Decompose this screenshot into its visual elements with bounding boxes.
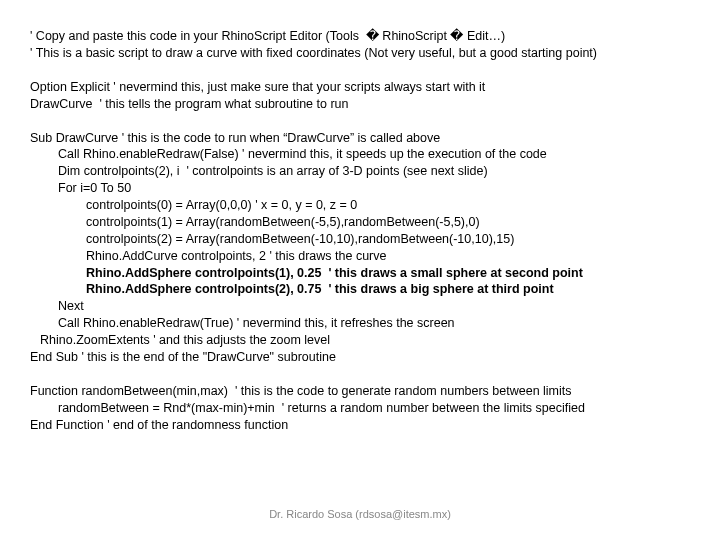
code-line: DrawCurve ' this tells the program what … xyxy=(30,96,700,113)
code-line: Sub DrawCurve ' this is the code to run … xyxy=(30,130,700,147)
code-line-highlight: Rhino.AddSphere controlpoints(2), 0.75 '… xyxy=(30,281,700,298)
code-line: ' This is a basic script to draw a curve… xyxy=(30,45,700,62)
code-line: randomBetween = Rnd*(max-min)+min ' retu… xyxy=(30,400,700,417)
blank-line xyxy=(30,113,700,130)
code-block: ' Copy and paste this code in your Rhino… xyxy=(30,28,700,433)
code-line: Rhino.AddCurve controlpoints, 2 ' this d… xyxy=(30,248,700,265)
code-line: ' Copy and paste this code in your Rhino… xyxy=(30,28,700,45)
code-line: controlpoints(1) = Array(randomBetween(-… xyxy=(30,214,700,231)
code-line: Dim controlpoints(2), i ' controlpoints … xyxy=(30,163,700,180)
code-line: End Function ' end of the randomness fun… xyxy=(30,417,700,434)
blank-line xyxy=(30,62,700,79)
code-line: Rhino.ZoomExtents ' and this adjusts the… xyxy=(30,332,700,349)
code-line: Call Rhino.enableRedraw(True) ' nevermin… xyxy=(30,315,700,332)
blank-line xyxy=(30,366,700,383)
code-line: End Sub ' this is the end of the "DrawCu… xyxy=(30,349,700,366)
code-line: Next xyxy=(30,298,700,315)
code-line-highlight: Rhino.AddSphere controlpoints(1), 0.25 '… xyxy=(30,265,700,282)
code-line: controlpoints(2) = Array(randomBetween(-… xyxy=(30,231,700,248)
code-line: Call Rhino.enableRedraw(False) ' nevermi… xyxy=(30,146,700,163)
code-line: For i=0 To 50 xyxy=(30,180,700,197)
code-line: controlpoints(0) = Array(0,0,0) ' x = 0,… xyxy=(30,197,700,214)
slide-content: ' Copy and paste this code in your Rhino… xyxy=(0,0,720,433)
footer-credit: Dr. Ricardo Sosa (rdsosa@itesm.mx) xyxy=(0,507,720,522)
code-line: Option Explicit ' nevermind this, just m… xyxy=(30,79,700,96)
code-line: Function randomBetween(min,max) ' this i… xyxy=(30,383,700,400)
